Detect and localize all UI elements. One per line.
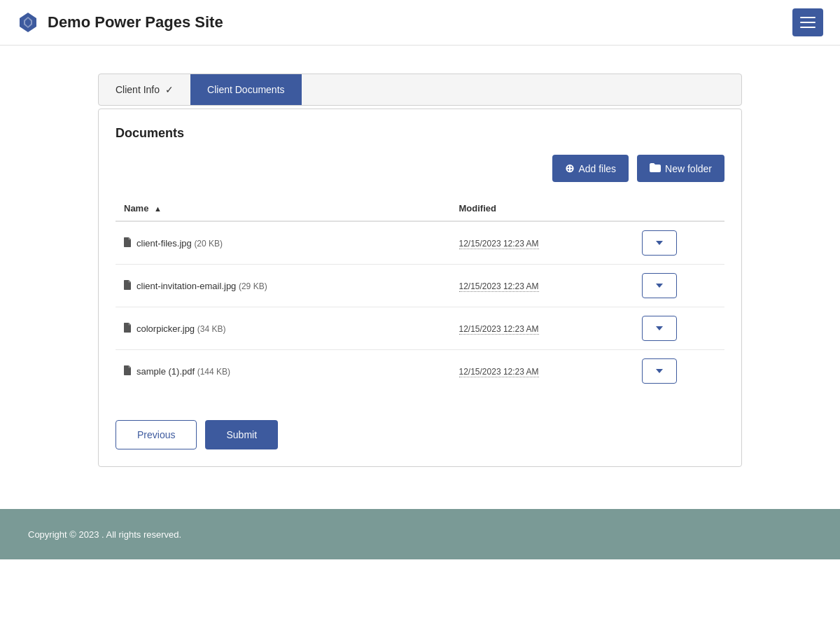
sort-arrow-icon: ▲ <box>154 204 162 213</box>
file-name-cell: sample (1).pdf (144 KB) <box>115 350 451 393</box>
new-folder-button[interactable]: New folder <box>637 155 724 182</box>
tab-client-info-label: Client Info <box>115 84 160 95</box>
file-name: sample (1).pdf (144 KB) <box>124 365 442 377</box>
file-icon <box>124 365 131 377</box>
col-action <box>634 196 725 221</box>
file-name-cell: colorpicker.jpg (34 KB) <box>115 307 451 350</box>
action-cell <box>634 221 725 265</box>
add-files-label: Add files <box>578 163 616 174</box>
file-name: client-files.jpg (20 KB) <box>124 237 442 249</box>
modified-date: 12/15/2023 12:23 AM <box>459 239 539 249</box>
modified-cell: 12/15/2023 12:23 AM <box>451 221 634 265</box>
documents-title: Documents <box>115 126 724 141</box>
file-icon <box>124 237 131 249</box>
hamburger-line-3 <box>800 27 816 28</box>
table-row: colorpicker.jpg (34 KB) 12/15/2023 12:23… <box>115 307 724 350</box>
file-size: (34 KB) <box>197 324 226 334</box>
file-table: Name ▲ Modified client-files.jpg (20 KB) <box>115 196 724 392</box>
hamburger-button[interactable] <box>792 8 823 36</box>
site-title: Demo Power Pages Site <box>48 13 223 32</box>
file-name: client-invitation-email.jpg (29 KB) <box>124 280 442 292</box>
file-table-body: client-files.jpg (20 KB) 12/15/2023 12:2… <box>115 221 724 392</box>
add-files-button[interactable]: ⊕ Add files <box>552 155 629 182</box>
bottom-bar: Previous Submit <box>115 409 724 449</box>
submit-button[interactable]: Submit <box>205 420 278 449</box>
file-name-text: sample (1).pdf (144 KB) <box>136 366 230 377</box>
page-header: Demo Power Pages Site <box>0 0 840 46</box>
file-table-header: Name ▲ Modified <box>115 196 724 221</box>
new-folder-label: New folder <box>665 163 712 174</box>
tab-client-documents[interactable]: Client Documents <box>190 74 302 105</box>
documents-panel: Documents ⊕ Add files New folder Name <box>98 109 742 467</box>
modified-date: 12/15/2023 12:23 AM <box>459 367 539 377</box>
add-icon: ⊕ <box>565 162 574 175</box>
modified-cell: 12/15/2023 12:23 AM <box>451 307 634 350</box>
col-name: Name ▲ <box>115 196 451 221</box>
file-name-cell: client-files.jpg (20 KB) <box>115 221 451 265</box>
documents-toolbar: ⊕ Add files New folder <box>115 155 724 182</box>
file-size: (144 KB) <box>197 367 230 377</box>
copyright-text: Copyright © 2023 . All rights reserved. <box>28 529 181 540</box>
action-cell <box>634 265 725 307</box>
tab-check-icon: ✓ <box>165 84 174 95</box>
tab-client-documents-label: Client Documents <box>207 84 285 95</box>
hamburger-line-2 <box>800 22 816 23</box>
tab-client-info[interactable]: Client Info ✓ <box>99 74 190 105</box>
modified-date: 12/15/2023 12:23 AM <box>459 281 539 292</box>
file-size: (20 KB) <box>194 239 223 249</box>
folder-icon <box>650 163 661 174</box>
file-icon <box>124 323 131 335</box>
table-row: sample (1).pdf (144 KB) 12/15/2023 12:23… <box>115 350 724 393</box>
file-icon <box>124 280 131 292</box>
file-action-dropdown[interactable] <box>642 316 677 341</box>
main-content: Client Info ✓ Client Documents Documents… <box>84 74 756 467</box>
previous-button[interactable]: Previous <box>115 420 197 449</box>
file-name-text: colorpicker.jpg (34 KB) <box>136 323 225 334</box>
file-name-cell: client-invitation-email.jpg (29 KB) <box>115 265 451 307</box>
file-action-dropdown[interactable] <box>642 273 677 298</box>
file-size: (29 KB) <box>239 281 267 291</box>
file-name: colorpicker.jpg (34 KB) <box>124 323 442 335</box>
hamburger-line-1 <box>800 17 816 18</box>
file-action-dropdown[interactable] <box>642 358 677 384</box>
file-name-text: client-files.jpg (20 KB) <box>136 238 223 249</box>
col-modified: Modified <box>451 196 634 221</box>
table-row: client-files.jpg (20 KB) 12/15/2023 12:2… <box>115 221 724 265</box>
file-action-dropdown[interactable] <box>642 230 677 256</box>
logo-icon <box>17 11 39 34</box>
action-cell <box>634 350 725 393</box>
header-left: Demo Power Pages Site <box>17 11 223 34</box>
modified-date: 12/15/2023 12:23 AM <box>459 324 539 335</box>
tab-bar: Client Info ✓ Client Documents <box>98 74 742 106</box>
table-row: client-invitation-email.jpg (29 KB) 12/1… <box>115 265 724 307</box>
page-footer: Copyright © 2023 . All rights reserved. <box>0 509 840 559</box>
action-cell <box>634 307 725 350</box>
file-name-text: client-invitation-email.jpg (29 KB) <box>136 281 267 291</box>
modified-cell: 12/15/2023 12:23 AM <box>451 350 634 393</box>
modified-cell: 12/15/2023 12:23 AM <box>451 265 634 307</box>
